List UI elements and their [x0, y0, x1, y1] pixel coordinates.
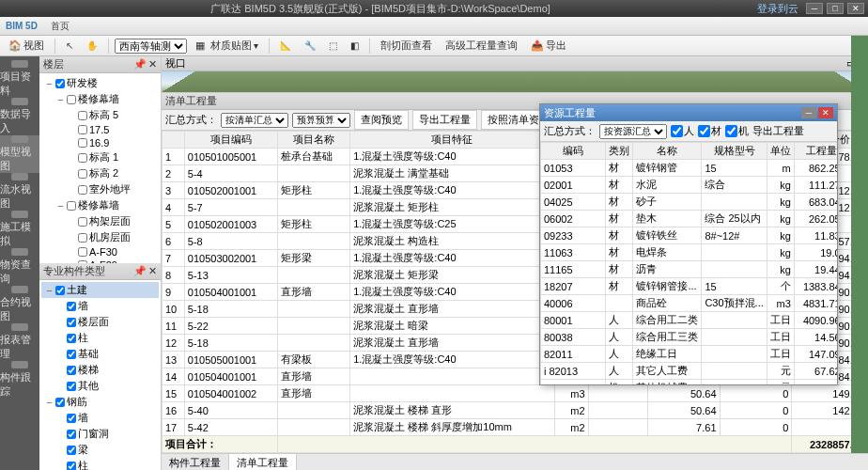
table-row[interactable]: 82011人绝缘工日工日147.09132.534784.88	[541, 346, 838, 363]
close-button[interactable]: ✕	[847, 3, 864, 14]
table-row[interactable]: 11165材沥青kg19.4434.6790.8	[541, 261, 838, 278]
tool1-button[interactable]: 📐	[275, 38, 296, 54]
tab-component-qty[interactable]: 构件工程量	[162, 454, 229, 470]
tree-node[interactable]: −钢筋	[41, 394, 159, 410]
sidebar-item-7[interactable]: 报表管理	[0, 323, 39, 361]
pin-icon[interactable]: 📌	[133, 58, 147, 70]
tree-node[interactable]: 其他	[41, 378, 159, 394]
table-row[interactable]: 18207材镀锌钢管接...15个1383.8410.52719.6	[541, 278, 838, 295]
axis-widget[interactable]	[169, 71, 207, 85]
section-button[interactable]: 剖切面查看	[376, 36, 437, 55]
chk-ji[interactable]: 机	[725, 124, 749, 138]
sidebar: 项目资料数据导入模型视图流水视图施工模拟物资查询合约视图报表管理构件跟踪	[0, 56, 39, 470]
tree-node[interactable]: −研发楼	[41, 75, 159, 91]
floor-panel-header: 楼层 📌✕	[39, 56, 161, 73]
ribbon: BIM 5D 首页	[0, 17, 868, 36]
tree-node[interactable]: 门窗洞	[41, 426, 159, 442]
sidebar-item-2[interactable]: 模型视图	[0, 135, 39, 173]
tree-node[interactable]: 16.9	[41, 136, 159, 149]
texture-button[interactable]: ▦材质贴图▾	[191, 36, 263, 55]
sidebar-item-6[interactable]: 合约视图	[0, 286, 39, 323]
type-panel-header: 专业构件类型 📌✕	[39, 263, 161, 280]
table-row[interactable]: 80038人综合用工三类工日14.5644806990.72	[541, 329, 838, 346]
sidebar-item-8[interactable]: 构件跟踪	[0, 361, 39, 399]
tree-node[interactable]: 构架层面	[41, 213, 159, 229]
axis-select[interactable]: 西南等轴测	[115, 39, 187, 54]
view-button[interactable]: 🏠视图	[4, 36, 49, 55]
sidebar-item-4[interactable]: 施工模拟	[0, 211, 39, 248]
checkview-button[interactable]: 查阅预览	[354, 110, 409, 130]
table-row[interactable]: 165-40泥浆混凝土 楼梯 直形m250.640142.22	[163, 402, 868, 419]
arrow-button[interactable]: ↖	[61, 38, 78, 54]
tool3-button[interactable]: ⬚	[324, 38, 342, 54]
sidebar-item-5[interactable]: 物资查询	[0, 248, 39, 286]
floor-tree[interactable]: −研发楼−楼修幕墙标高 517.516.9标高 1标高 2室外地坪−楼修幕墙构架…	[39, 73, 161, 263]
table-row[interactable]: 11063材电焊条kg19.034.5586.59	[541, 244, 838, 261]
float-close-button[interactable]: ✕	[818, 107, 833, 118]
tab-list-qty[interactable]: 清单工程量	[229, 454, 297, 470]
tree-node[interactable]: 楼层面	[41, 314, 159, 330]
tool2-button[interactable]: 🔧	[300, 38, 320, 54]
table-row[interactable]: 02001材水泥综合kg111.2770.3741.91	[541, 177, 838, 194]
export-qty-button[interactable]: 导出工程量	[412, 110, 477, 130]
tree-node[interactable]: 墙	[41, 410, 159, 426]
type-tree[interactable]: −土建墙楼层面柱基础楼梯其他−钢筋墙门窗洞梁柱基础其他−给排水管道(水)阀门法兰…	[39, 280, 161, 470]
resource-grid[interactable]: 编码类别名称规格型号单位工程量单价合价(元)01053材镀锌钢管15m862.2…	[540, 142, 837, 384]
tree-node[interactable]: 机房层面	[41, 229, 159, 245]
table-row[interactable]: 80001人综合用工二类工日4090.96693380459.8	[541, 312, 838, 329]
panel-close-icon[interactable]: ✕	[148, 265, 157, 277]
tree-node[interactable]: 楼梯	[41, 362, 159, 378]
table-row[interactable]: 15010504001002直形墙m350.640149.83	[163, 385, 868, 402]
budget-select[interactable]: 预算预算	[292, 113, 350, 128]
tree-node[interactable]: 17.5	[41, 123, 159, 136]
tool4-button[interactable]: ◧	[346, 38, 364, 54]
tree-node[interactable]: 柱	[41, 458, 159, 470]
3d-viewport[interactable]	[162, 71, 868, 92]
table-row[interactable]: 04025材砂子kg683.0440.0427.32	[541, 194, 838, 211]
table-row[interactable]: 40006商品砼C30预拌混...m34831.7134101981002.39	[541, 295, 838, 312]
app-logo: BIM 5D	[6, 21, 38, 31]
summary-select[interactable]: 按清单汇总	[221, 113, 288, 128]
sidebar-item-1[interactable]: 数据导入	[0, 98, 39, 135]
pan-button[interactable]: ✋	[82, 38, 102, 54]
table-row[interactable]: 09233材镀锌铁丝8#~12#kg11.8353.8545.56	[541, 227, 838, 244]
tree-node[interactable]: 柱	[41, 330, 159, 346]
tree-node[interactable]: 标高 5	[41, 107, 159, 123]
minimize-button[interactable]: ─	[806, 3, 823, 14]
tree-node[interactable]: 标高 1	[41, 149, 159, 165]
table-row[interactable]: 06002材垫木综合 25以内kg262.0590.45117.93	[541, 211, 838, 227]
texture-icon: ▦	[195, 39, 209, 53]
tree-node[interactable]: 墙	[41, 298, 159, 314]
left-panel: 楼层 📌✕ −研发楼−楼修幕墙标高 517.516.9标高 1标高 2室外地坪−…	[39, 56, 162, 470]
user-label[interactable]: 登录到云	[757, 2, 798, 16]
tree-node[interactable]: −楼修幕墙	[41, 197, 159, 213]
table-row[interactable]: 175-42泥浆混凝土 楼梯 斜厚度增加10mmm27.610	[163, 419, 868, 436]
tree-node[interactable]: −土建	[41, 282, 159, 298]
table-row[interactable]: i 82013人其它人工费元67.628167.63	[541, 363, 838, 380]
maximize-button[interactable]: □	[827, 3, 844, 14]
advquery-button[interactable]: 高级工程量查询	[441, 36, 522, 55]
ribbon-tab-home[interactable]: 首页	[45, 18, 75, 35]
tree-node[interactable]: −楼修幕墙	[41, 91, 159, 107]
resource-float-window: 资源工程量 ─ ✕ 汇总方式： 按资源汇总 人 材 机 导出工程量 编码类别名称…	[539, 103, 838, 385]
float-header[interactable]: 资源工程量 ─ ✕	[540, 104, 837, 121]
tree-node[interactable]: A-F30	[41, 245, 159, 258]
res-summary-select[interactable]: 按资源汇总	[599, 124, 667, 139]
sidebar-item-0[interactable]: 项目资料	[0, 60, 39, 98]
pin-icon[interactable]: 📌	[133, 265, 147, 277]
tree-node[interactable]: 基础	[41, 346, 159, 362]
bottom-tabs: 构件工程量 清单工程量	[162, 453, 868, 470]
right-strip[interactable]	[851, 36, 868, 453]
tree-node[interactable]: 室外地坪	[41, 181, 159, 197]
chk-ren[interactable]: 人	[671, 124, 694, 138]
export-button[interactable]: 📤导出	[526, 36, 571, 55]
sidebar-item-3[interactable]: 流水视图	[0, 173, 39, 211]
chk-cai[interactable]: 材	[698, 124, 721, 138]
panel-close-icon[interactable]: ✕	[148, 58, 157, 70]
table-row[interactable]: i 84004机其他机械费元31746.666131746.65	[541, 380, 838, 385]
table-row[interactable]: 01053材镀锌钢管15m862.2593.993440.41	[541, 160, 838, 177]
float-min-button[interactable]: ─	[801, 107, 816, 118]
tree-node[interactable]: 标高 2	[41, 165, 159, 181]
res-export-button[interactable]: 导出工程量	[752, 124, 804, 138]
tree-node[interactable]: 梁	[41, 442, 159, 458]
